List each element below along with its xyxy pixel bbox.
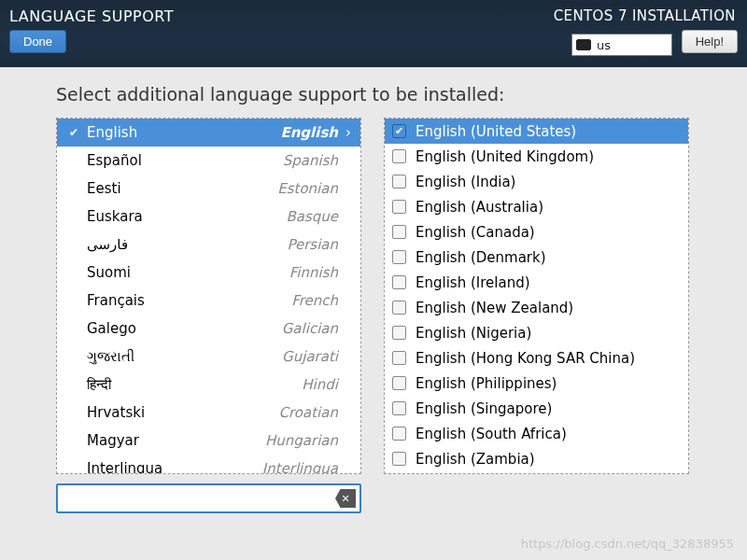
keyboard-layout-indicator[interactable]: us [571, 34, 672, 56]
locale-checkbox[interactable] [392, 326, 406, 340]
language-english: Interlingua [262, 460, 338, 474]
locale-checkbox[interactable] [392, 225, 406, 239]
installer-title: CENTOS 7 INSTALLATION [554, 7, 736, 24]
language-native: Hrvatski [83, 404, 279, 421]
check-icon: ✔ [64, 126, 83, 139]
language-native: ગુજરાતી [83, 348, 282, 365]
locale-checkbox[interactable]: ✔ [392, 124, 406, 138]
language-english: Gujarati [282, 348, 338, 365]
locale-label: English (Canada) [416, 224, 535, 241]
locale-label: English (India) [416, 174, 515, 190]
locale-row[interactable]: English (New Zealand) [385, 295, 688, 320]
search-input[interactable] [56, 483, 361, 513]
language-native: हिन्दी [83, 376, 302, 393]
language-row[interactable]: فارسیPersian [57, 231, 360, 259]
language-row[interactable]: FrançaisFrench [57, 287, 360, 315]
language-english: Hindi [302, 376, 338, 393]
locale-checkbox[interactable] [392, 401, 406, 415]
locale-checkbox[interactable] [392, 452, 406, 466]
language-english: Hungarian [265, 432, 338, 449]
locale-row[interactable]: English (India) [385, 169, 688, 194]
language-row[interactable]: InterlinguaInterlingua [57, 455, 360, 474]
locale-row[interactable]: English (Singapore) [385, 396, 688, 421]
locale-row[interactable]: English (Canada) [385, 219, 688, 245]
language-row[interactable]: ગુજરાતીGujarati [57, 343, 360, 371]
keyboard-icon [576, 39, 591, 50]
locale-label: English (Hong Kong SAR China) [416, 350, 635, 367]
language-english: Estonian [277, 180, 338, 197]
language-row[interactable]: EspañolSpanish [57, 147, 360, 175]
locale-row[interactable]: English (Ireland) [385, 270, 688, 295]
locale-checkbox[interactable] [392, 175, 406, 189]
language-row[interactable]: ✔EnglishEnglish› [57, 119, 360, 147]
language-native: Magyar [83, 432, 265, 449]
locale-label: English (South Africa) [416, 426, 567, 442]
locale-checkbox[interactable] [392, 301, 406, 315]
locale-label: English (Denmark) [416, 249, 546, 266]
language-native: Suomi [83, 264, 289, 281]
language-native: Galego [83, 320, 282, 337]
locale-row[interactable]: English (South Africa) [385, 421, 688, 446]
locale-checkbox[interactable] [392, 427, 406, 441]
language-row[interactable]: EestiEstonian [57, 175, 360, 203]
header-bar: LANGUAGE SUPPORT CENTOS 7 INSTALLATION D… [0, 0, 747, 67]
locale-row[interactable]: English (Zambia) [385, 446, 688, 471]
locale-row[interactable]: English (United Kingdom) [385, 144, 688, 169]
language-english: Basque [286, 208, 338, 225]
language-native: Eesti [83, 180, 277, 197]
locale-label: English (United States) [416, 123, 576, 140]
locale-row[interactable]: English (Philippines) [385, 371, 688, 396]
language-english: Croatian [279, 404, 338, 421]
locale-checkbox[interactable] [392, 351, 406, 365]
language-row[interactable]: MagyarHungarian [57, 427, 360, 455]
locale-label: English (Zambia) [416, 451, 535, 468]
language-native: Interlingua [83, 460, 262, 474]
language-list[interactable]: ✔EnglishEnglish›EspañolSpanishEestiEston… [56, 118, 361, 474]
language-native: English [83, 124, 280, 141]
language-row[interactable]: GalegoGalician [57, 315, 360, 343]
chevron-right-icon: › [338, 124, 351, 141]
locale-label: English (New Zealand) [416, 300, 573, 316]
language-native: Français [83, 292, 291, 309]
locale-row[interactable]: English (Hong Kong SAR China) [385, 345, 688, 371]
language-english: Persian [287, 236, 338, 253]
language-row[interactable]: हिन्दीHindi [57, 371, 360, 399]
locale-checkbox[interactable] [392, 250, 406, 264]
locale-label: English (Australia) [416, 199, 543, 216]
locale-label: English (United Kingdom) [416, 148, 594, 165]
language-english: Finnish [289, 264, 338, 281]
locale-row[interactable]: English (Australia) [385, 194, 688, 219]
locale-checkbox[interactable] [392, 376, 406, 390]
locale-label: English (Singapore) [416, 400, 552, 417]
locale-checkbox[interactable] [392, 275, 406, 289]
locale-row[interactable]: ✔English (United States) [385, 119, 688, 144]
language-native: فارسی [83, 236, 287, 253]
language-native: Euskara [83, 208, 286, 225]
language-english: English [280, 124, 338, 141]
help-button[interactable]: Help! [682, 30, 738, 53]
locale-checkbox[interactable] [392, 149, 406, 163]
language-row[interactable]: EuskaraBasque [57, 203, 360, 231]
language-english: French [291, 292, 338, 309]
watermark-text: https://blog.csdn.net/qq_32838955 [521, 537, 734, 551]
language-row[interactable]: HrvatskiCroatian [57, 399, 360, 427]
locale-label: English (Philippines) [416, 375, 557, 392]
locale-label: English (Nigeria) [416, 325, 531, 342]
language-english: Galician [282, 320, 338, 337]
locale-label: English (Ireland) [416, 274, 530, 291]
keyboard-layout-label: us [597, 38, 611, 52]
locale-row[interactable]: English (Nigeria) [385, 320, 688, 345]
locale-row[interactable]: English (Denmark) [385, 245, 688, 270]
done-button[interactable]: Done [9, 30, 66, 53]
locale-checkbox[interactable] [392, 200, 406, 214]
locale-list[interactable]: ✔English (United States)English (United … [384, 118, 689, 474]
prompt-text: Select additional language support to be… [56, 84, 691, 105]
language-row[interactable]: SuomiFinnish [57, 259, 360, 287]
language-native: Español [83, 152, 283, 169]
language-english: Spanish [283, 152, 338, 169]
